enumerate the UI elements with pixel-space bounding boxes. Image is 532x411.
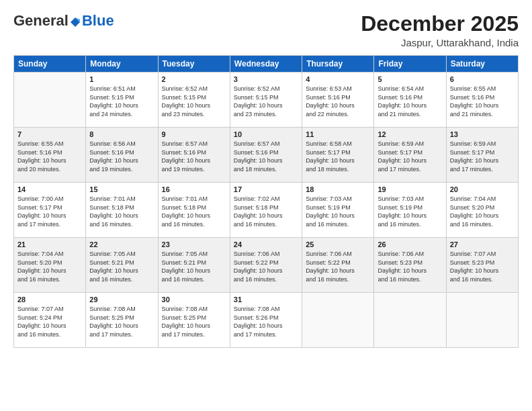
calendar-cell: 4Sunrise: 6:53 AM Sunset: 5:16 PM Daylig… [302, 73, 374, 128]
cell-info: Sunrise: 7:05 AM Sunset: 5:21 PM Dayligh… [89, 250, 154, 283]
page: General Blue December 2025 Jaspur, Uttar… [0, 0, 532, 411]
calendar-cell: 28Sunrise: 7:07 AM Sunset: 5:24 PM Dayli… [14, 293, 86, 348]
day-number: 31 [234, 295, 298, 304]
cell-info: Sunrise: 7:08 AM Sunset: 5:26 PM Dayligh… [234, 305, 298, 338]
calendar-cell: 9Sunrise: 6:57 AM Sunset: 5:16 PM Daylig… [158, 128, 230, 183]
cell-info: Sunrise: 7:04 AM Sunset: 5:20 PM Dayligh… [450, 195, 515, 228]
weekday-header-sunday: Sunday [14, 56, 86, 73]
calendar-cell: 1Sunrise: 6:51 AM Sunset: 5:15 PM Daylig… [86, 73, 158, 128]
calendar-week-5: 28Sunrise: 7:07 AM Sunset: 5:24 PM Dayli… [14, 293, 519, 348]
cell-info: Sunrise: 7:02 AM Sunset: 5:18 PM Dayligh… [234, 195, 298, 228]
day-number: 18 [306, 185, 370, 193]
weekday-header-thursday: Thursday [302, 56, 374, 73]
calendar-cell: 21Sunrise: 7:04 AM Sunset: 5:20 PM Dayli… [14, 238, 86, 293]
cell-info: Sunrise: 7:04 AM Sunset: 5:20 PM Dayligh… [17, 250, 82, 283]
day-number: 7 [17, 130, 82, 138]
cell-info: Sunrise: 7:00 AM Sunset: 5:17 PM Dayligh… [17, 195, 82, 228]
day-number: 17 [234, 185, 298, 193]
weekday-header-row: SundayMondayTuesdayWednesdayThursdayFrid… [14, 56, 519, 73]
day-number: 25 [306, 240, 370, 248]
day-number: 27 [450, 240, 515, 248]
cell-info: Sunrise: 7:08 AM Sunset: 5:25 PM Dayligh… [162, 305, 226, 338]
calendar-week-1: 1Sunrise: 6:51 AM Sunset: 5:15 PM Daylig… [14, 73, 519, 128]
day-number: 8 [89, 130, 154, 138]
calendar-cell: 25Sunrise: 7:06 AM Sunset: 5:22 PM Dayli… [302, 238, 374, 293]
day-number: 28 [17, 295, 82, 304]
cell-info: Sunrise: 6:59 AM Sunset: 5:17 PM Dayligh… [378, 140, 442, 173]
day-number: 14 [17, 185, 82, 193]
calendar-cell: 13Sunrise: 6:59 AM Sunset: 5:17 PM Dayli… [446, 128, 518, 183]
cell-info: Sunrise: 7:03 AM Sunset: 5:19 PM Dayligh… [306, 195, 370, 228]
location: Jaspur, Uttarakhand, India [361, 37, 519, 48]
cell-info: Sunrise: 7:01 AM Sunset: 5:18 PM Dayligh… [89, 195, 154, 228]
calendar-cell: 14Sunrise: 7:00 AM Sunset: 5:17 PM Dayli… [14, 183, 86, 238]
calendar-cell: 19Sunrise: 7:03 AM Sunset: 5:19 PM Dayli… [374, 183, 446, 238]
day-number: 6 [450, 75, 515, 83]
cell-info: Sunrise: 7:06 AM Sunset: 5:22 PM Dayligh… [234, 250, 298, 283]
weekday-header-tuesday: Tuesday [158, 56, 230, 73]
calendar-cell: 20Sunrise: 7:04 AM Sunset: 5:20 PM Dayli… [446, 183, 518, 238]
day-number: 5 [378, 75, 442, 83]
day-number: 20 [450, 185, 515, 193]
calendar-cell: 2Sunrise: 6:52 AM Sunset: 5:15 PM Daylig… [158, 73, 230, 128]
calendar-cell: 6Sunrise: 6:55 AM Sunset: 5:16 PM Daylig… [446, 73, 518, 128]
calendar-week-4: 21Sunrise: 7:04 AM Sunset: 5:20 PM Dayli… [14, 238, 519, 293]
logo: General Blue [13, 12, 114, 30]
header: General Blue December 2025 Jaspur, Uttar… [13, 12, 519, 48]
cell-info: Sunrise: 6:55 AM Sunset: 5:16 PM Dayligh… [450, 85, 515, 118]
calendar-cell: 12Sunrise: 6:59 AM Sunset: 5:17 PM Dayli… [374, 128, 446, 183]
calendar-cell: 15Sunrise: 7:01 AM Sunset: 5:18 PM Dayli… [86, 183, 158, 238]
day-number: 16 [162, 185, 226, 193]
cell-info: Sunrise: 6:52 AM Sunset: 5:15 PM Dayligh… [234, 85, 298, 118]
day-number: 1 [89, 75, 154, 83]
calendar-cell: 10Sunrise: 6:57 AM Sunset: 5:16 PM Dayli… [230, 128, 302, 183]
calendar: SundayMondayTuesdayWednesdayThursdayFrid… [13, 55, 519, 348]
day-number: 2 [162, 75, 226, 83]
day-number: 13 [450, 130, 515, 138]
cell-info: Sunrise: 6:52 AM Sunset: 5:15 PM Dayligh… [162, 85, 226, 118]
month-year: December 2025 [361, 12, 519, 36]
calendar-cell: 18Sunrise: 7:03 AM Sunset: 5:19 PM Dayli… [302, 183, 374, 238]
cell-info: Sunrise: 6:51 AM Sunset: 5:15 PM Dayligh… [89, 85, 154, 118]
svg-marker-0 [71, 17, 80, 27]
calendar-cell: 30Sunrise: 7:08 AM Sunset: 5:25 PM Dayli… [158, 293, 230, 348]
calendar-week-2: 7Sunrise: 6:55 AM Sunset: 5:16 PM Daylig… [14, 128, 519, 183]
logo-text: General Blue [13, 12, 114, 30]
day-number: 26 [378, 240, 442, 248]
calendar-cell: 8Sunrise: 6:56 AM Sunset: 5:16 PM Daylig… [86, 128, 158, 183]
weekday-header-saturday: Saturday [446, 56, 518, 73]
cell-info: Sunrise: 7:06 AM Sunset: 5:23 PM Dayligh… [378, 250, 442, 283]
calendar-cell [302, 293, 374, 348]
cell-info: Sunrise: 6:53 AM Sunset: 5:16 PM Dayligh… [306, 85, 370, 118]
day-number: 24 [234, 240, 298, 248]
day-number: 29 [89, 295, 154, 304]
day-number: 22 [89, 240, 154, 248]
cell-info: Sunrise: 6:57 AM Sunset: 5:16 PM Dayligh… [162, 140, 226, 173]
day-number: 9 [162, 130, 226, 138]
day-number: 10 [234, 130, 298, 138]
cell-info: Sunrise: 7:08 AM Sunset: 5:25 PM Dayligh… [89, 305, 154, 338]
cell-info: Sunrise: 6:59 AM Sunset: 5:17 PM Dayligh… [450, 140, 515, 173]
cell-info: Sunrise: 7:01 AM Sunset: 5:18 PM Dayligh… [162, 195, 226, 228]
calendar-cell: 5Sunrise: 6:54 AM Sunset: 5:16 PM Daylig… [374, 73, 446, 128]
weekday-header-monday: Monday [86, 56, 158, 73]
cell-info: Sunrise: 7:03 AM Sunset: 5:19 PM Dayligh… [378, 195, 442, 228]
day-number: 11 [306, 130, 370, 138]
logo-icon [69, 15, 81, 27]
calendar-cell: 24Sunrise: 7:06 AM Sunset: 5:22 PM Dayli… [230, 238, 302, 293]
weekday-header-friday: Friday [374, 56, 446, 73]
day-number: 15 [89, 185, 154, 193]
calendar-cell: 16Sunrise: 7:01 AM Sunset: 5:18 PM Dayli… [158, 183, 230, 238]
calendar-cell [374, 293, 446, 348]
day-number: 19 [378, 185, 442, 193]
title-block: December 2025 Jaspur, Uttarakhand, India [361, 12, 519, 48]
logo-blue: Blue [82, 12, 114, 30]
calendar-cell: 11Sunrise: 6:58 AM Sunset: 5:17 PM Dayli… [302, 128, 374, 183]
day-number: 30 [162, 295, 226, 304]
day-number: 12 [378, 130, 442, 138]
cell-info: Sunrise: 7:05 AM Sunset: 5:21 PM Dayligh… [162, 250, 226, 283]
cell-info: Sunrise: 7:07 AM Sunset: 5:23 PM Dayligh… [450, 250, 515, 283]
calendar-cell: 22Sunrise: 7:05 AM Sunset: 5:21 PM Dayli… [86, 238, 158, 293]
cell-info: Sunrise: 6:58 AM Sunset: 5:17 PM Dayligh… [306, 140, 370, 173]
calendar-cell: 27Sunrise: 7:07 AM Sunset: 5:23 PM Dayli… [446, 238, 518, 293]
